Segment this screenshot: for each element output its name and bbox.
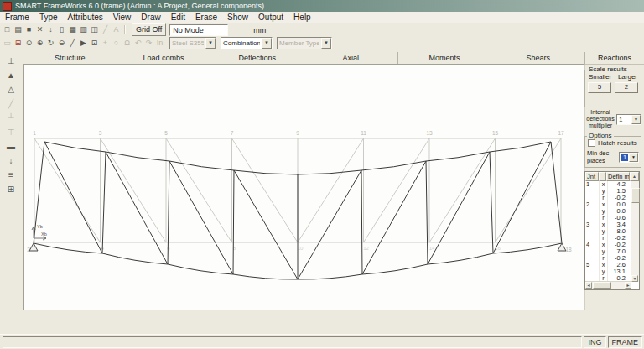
deflected-diagonal-member: [234, 170, 298, 279]
joint-label-top: 5: [164, 130, 168, 136]
status-cell-frame: FRAME: [608, 336, 643, 348]
pick-icon[interactable]: ▶: [78, 38, 89, 49]
min-dec-places-label: Min dec places: [587, 149, 617, 164]
table-vertical-scrollbar[interactable]: ▼: [631, 181, 639, 282]
tools-icon: ╱: [100, 24, 111, 35]
scale-larger-button[interactable]: 2: [615, 82, 638, 93]
joint-label-top: 1: [33, 130, 36, 136]
delete-icon[interactable]: ✕: [34, 24, 45, 35]
tab-deflections[interactable]: Deflections: [210, 52, 304, 64]
smaller-label: Smaller: [589, 73, 611, 81]
menu-draw[interactable]: Draw: [136, 13, 165, 22]
support-roller-icon[interactable]: △: [4, 84, 18, 96]
node-icon: +: [100, 38, 111, 49]
support-fixed-icon[interactable]: ▲: [4, 70, 18, 81]
import-icon[interactable]: ↓: [45, 24, 56, 35]
material-select: Steel S355 ▼: [169, 37, 216, 49]
zoom-in-icon[interactable]: ⊕: [34, 38, 45, 49]
menu-view[interactable]: View: [108, 13, 137, 22]
menu-edit[interactable]: Edit: [166, 13, 190, 22]
original-diagonal-member: [166, 138, 232, 242]
deflection-table-header: Jnt Defln mm ▲: [585, 172, 639, 181]
scrollbar-thumb[interactable]: [631, 188, 640, 203]
zoom-out-icon[interactable]: ⊖: [56, 38, 67, 49]
menu-output[interactable]: Output: [253, 13, 288, 22]
scale-smaller-button[interactable]: 5: [588, 82, 611, 93]
joint-label-top: 3: [99, 130, 102, 136]
scale-results-group: Scale results Smaller Larger 5 2: [584, 70, 641, 107]
joint-label-top: 9: [296, 130, 299, 136]
drawing-canvas[interactable]: 135791113151724681012141618YbXb: [23, 64, 585, 310]
toolbar-separator: [124, 25, 126, 34]
tab-load-combs[interactable]: Load combs: [117, 52, 211, 64]
cell-joint: [585, 208, 600, 215]
rigid-member-icon[interactable]: ▬: [4, 141, 18, 153]
column-header-defln[interactable]: Defln mm: [606, 172, 630, 181]
scroll-right-icon[interactable]: ►: [625, 282, 631, 289]
deflected-vertical-member: [490, 152, 493, 253]
open-folder-icon[interactable]: ▤: [13, 24, 23, 35]
results-table-icon[interactable]: ⊞: [13, 38, 23, 49]
redraw-icon[interactable]: ↻: [45, 38, 56, 49]
multiplier-select[interactable]: 1 ▼: [616, 114, 641, 125]
archive-icon[interactable]: ▥: [78, 24, 89, 35]
truss-deflection-drawing: 135791113151724681012141618YbXb: [24, 65, 584, 310]
min-dec-places-select[interactable]: 1 ▼: [619, 152, 639, 163]
tab-reactions[interactable]: Reactions: [585, 52, 644, 64]
combination-select[interactable]: Combination 2 ▼: [221, 37, 273, 49]
copy-icon[interactable]: ▯: [56, 24, 67, 35]
joint-label-top: 11: [361, 130, 366, 136]
new-file-icon[interactable]: □: [2, 24, 13, 35]
table-horizontal-scrollbar[interactable]: ◄ ►: [585, 281, 631, 289]
deflected-diagonal-member: [362, 161, 426, 274]
preview-icon[interactable]: ◫: [89, 24, 100, 35]
undo-icon: ↶: [132, 38, 143, 49]
grid-toggle-button[interactable]: Grid Off: [132, 23, 166, 36]
distributed-load-icon[interactable]: ≡: [4, 169, 18, 181]
scroll-left-icon[interactable]: ◄: [585, 282, 592, 289]
zoom-extents-icon[interactable]: ⊙: [23, 38, 34, 49]
cell-joint: [585, 268, 600, 275]
zoom-window-icon[interactable]: ⊡: [89, 38, 100, 49]
support-pin-icon[interactable]: ⊥: [4, 55, 18, 67]
column-header-jnt[interactable]: Jnt: [585, 172, 599, 181]
cell-joint: 5: [585, 262, 600, 268]
joint-label-bottom: 12: [363, 246, 369, 251]
hatch-results-checkbox[interactable]: [588, 139, 595, 147]
menu-erase[interactable]: Erase: [190, 13, 222, 22]
joint-release-icon: ┴: [4, 112, 18, 124]
tab-structure[interactable]: Structure: [23, 52, 117, 64]
tab-shears[interactable]: Shears: [491, 52, 585, 64]
units-label: mm: [253, 26, 266, 34]
original-diagonal-member: [496, 138, 562, 242]
joint-label-bottom: 10: [298, 246, 304, 251]
menu-help[interactable]: Help: [288, 13, 316, 22]
joint-label-top: 17: [558, 130, 564, 136]
chevron-down-icon[interactable]: ▼: [631, 115, 641, 124]
draw-icon[interactable]: ╱: [67, 38, 78, 49]
tab-axial[interactable]: Axial: [304, 52, 398, 64]
grid-icon[interactable]: ⊞: [4, 184, 18, 195]
column-header-dir[interactable]: [599, 172, 606, 181]
cell-joint: [585, 228, 600, 235]
results-tab-bar: StructureLoad combsDeflectionsAxialMomen…: [23, 52, 644, 65]
cell-joint: 3: [585, 221, 600, 228]
print-icon[interactable]: ▦: [67, 24, 78, 35]
chevron-down-icon[interactable]: ▼: [262, 38, 272, 49]
deflected-diagonal-member: [44, 142, 102, 253]
menu-type[interactable]: Type: [34, 13, 63, 22]
menu-show[interactable]: Show: [222, 13, 253, 22]
scroll-up-icon[interactable]: ▲: [630, 172, 639, 181]
menu-attributes[interactable]: Attributes: [63, 13, 108, 22]
menu-frame[interactable]: Frame: [0, 13, 34, 22]
tab-moments[interactable]: Moments: [398, 52, 492, 64]
point-load-icon[interactable]: ↓: [4, 155, 18, 167]
pin-joint-icon: ⊤: [4, 127, 18, 138]
chevron-down-icon[interactable]: ▼: [629, 153, 638, 162]
scroll-down-icon[interactable]: ▼: [631, 275, 638, 282]
title-bar: SMART FrameWorks 6.0 (frame) (Admin : A …: [0, 0, 644, 12]
view-toolbar: ▭⊞⊙⊕↻⊖╱▶⊡+○Ω↶↷In Steel S355 ▼ Combinatio…: [2, 37, 644, 49]
scrollbar-thumb[interactable]: [593, 282, 611, 289]
save-icon[interactable]: ■: [23, 24, 34, 35]
status-cell-ing: ING: [584, 336, 605, 348]
